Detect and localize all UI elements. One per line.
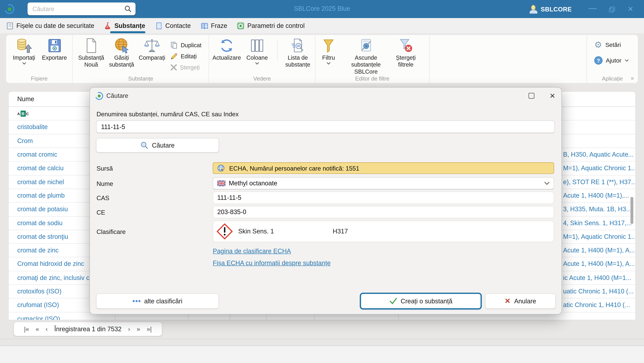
duplicate-button[interactable]: Duplicat (170, 41, 202, 50)
vertical-scrollbar[interactable] (630, 197, 633, 224)
chevron-down-icon (544, 182, 550, 185)
name-label: Nume (96, 180, 113, 187)
ribbon-group-fisiere: Importați Exportare Fișiere (6, 35, 73, 83)
find-substance-button[interactable]: Găsițisubstanță (107, 37, 136, 72)
list-search-icon (290, 37, 306, 54)
tab-substante[interactable]: Substanțe (104, 18, 145, 33)
chevron-down-icon (22, 62, 26, 65)
account-label[interactable]: SBLCORE (541, 6, 572, 13)
check-icon (389, 298, 397, 305)
help-button[interactable]: ? Ajutor (594, 56, 638, 65)
sds-document-icon (6, 22, 14, 30)
help-icon: ? (594, 56, 602, 65)
hidden-eye-icon (358, 37, 374, 54)
dialog-search-button[interactable]: Căutare (96, 138, 219, 153)
ghs07-exclamation-pictogram (216, 223, 233, 240)
cas-field[interactable]: 111-11-5 (213, 192, 554, 204)
echa-infocard-link[interactable]: Fișa ECHA cu informații despre substanțe (213, 259, 331, 267)
ribbon-group-editor-filtre: Filtru Ascunde substanțeleSBLCore Șterge… (315, 35, 430, 83)
prev-record-button[interactable]: ‹ (46, 325, 48, 332)
divider (0, 339, 644, 339)
scales-icon (144, 37, 160, 54)
echa-classification-link[interactable]: Pagina de clasificare ECHA (213, 247, 291, 255)
clear-filters-button[interactable]: Ștergețifiltrele (392, 37, 419, 75)
settings-button[interactable]: ⚙ Setări (594, 41, 638, 49)
statusbar-area (0, 346, 644, 363)
database-import-icon (16, 37, 32, 54)
tab-parametri-control[interactable]: Parametri de control (237, 18, 304, 33)
floppy-export-icon (47, 37, 62, 54)
prev-page-button[interactable]: « (36, 325, 39, 332)
restore-button[interactable] (602, 0, 621, 18)
app-window: SBLCore 2025 Blue SBLCORE — ✕ Fișele cu … (0, 0, 644, 363)
classification-fragment: Acute 1, H400 (M=1),... (563, 189, 629, 202)
filter-button[interactable]: Filtru (318, 37, 339, 75)
dialog-title: Căutare (106, 92, 128, 99)
duplicate-icon (170, 42, 178, 49)
minimize-button[interactable]: — (583, 0, 602, 19)
ribbon-spacer (430, 35, 586, 83)
compare-button[interactable]: Comparați (138, 37, 166, 72)
restore-icon (609, 7, 614, 12)
next-page-button[interactable]: » (137, 325, 140, 332)
ce-label: CE (96, 209, 105, 216)
ribbon-group-substante: SubstanțăNouă Găsițisubstanță Comparați … (73, 35, 209, 83)
hide-sblcore-substances-button[interactable]: Ascunde substanțeleSBLCore (341, 37, 391, 75)
last-record-button[interactable]: »| (147, 325, 152, 332)
classification-label: Clasificare (96, 228, 126, 235)
delete-x-icon (170, 64, 177, 71)
classification-fragment: 3, H335, Muta. 1B, H3... (563, 203, 632, 216)
other-classifications-button[interactable]: alte clasificări (96, 293, 219, 308)
name-select[interactable]: Methyl octanoate (213, 177, 554, 189)
tab-fraze[interactable]: Fraze (201, 18, 227, 33)
user-avatar-icon (529, 5, 538, 14)
group-label-editor-filtre: Editor de filtre (315, 76, 429, 82)
classification-fragment: Acute 1, H400 (M=1), A... (563, 257, 635, 271)
ribbon-toolbar: Importați Exportare Fișiere SubstanțăNou… (6, 35, 638, 83)
new-substance-button[interactable]: SubstanțăNouă (77, 37, 106, 72)
cancel-button[interactable]: ✕ Anulare (485, 293, 556, 308)
classification-fragment: uatic Chronic 1, H410 (... (563, 285, 634, 298)
app-logo-icon (95, 92, 103, 100)
tab-contacte[interactable]: Contacte (155, 18, 191, 33)
group-options-icon[interactable]: ≡ (631, 76, 634, 81)
group-label-vedere: Vedere (209, 76, 315, 82)
group-label-substante: Substanțe (73, 76, 209, 82)
substance-list-button[interactable]: Lista desubstanțe (284, 37, 312, 68)
classification-fragment: ic Acute 1, H400 (M=1... (563, 271, 631, 284)
classification-fragment: Acute 1, H400 (M=1), A... (563, 244, 635, 257)
source-result-bar[interactable]: ECHA, Numărul persoanelor care notifică:… (213, 162, 554, 174)
dialog-maximize-button[interactable] (529, 93, 534, 99)
record-counter: Înregistrarea 1 din 7532 (54, 325, 122, 333)
search-icon (140, 141, 148, 149)
classification-fragment: M=1), Aquatic Chronic 1... (563, 230, 636, 243)
chevron-down-icon (326, 62, 330, 65)
red-x-icon: ✕ (504, 297, 510, 305)
query-input[interactable] (96, 121, 555, 133)
classification-fragment: M=1), Aquatic Chronic 1... (563, 162, 636, 175)
edit-button[interactable]: Editați (170, 52, 202, 61)
refresh-button[interactable]: Actualizare (212, 37, 241, 68)
source-label: Sursă (96, 165, 113, 172)
control-target-icon (237, 22, 244, 30)
first-record-button[interactable]: |« (24, 325, 29, 332)
dialog-close-button[interactable]: ✕ (546, 90, 558, 102)
main-tabs: Fișele cu date de securitate Substanțe C… (0, 18, 644, 33)
dots-icon (133, 300, 140, 302)
classification-fragment: atic Chronic 1, H410 (... (563, 299, 630, 312)
tab-fise-date-securitate[interactable]: Fișele cu date de securitate (6, 18, 94, 33)
export-button[interactable]: Exportare (40, 37, 69, 65)
columns-button[interactable]: Coloane (243, 37, 271, 68)
chevron-down-icon (625, 59, 629, 62)
close-button[interactable]: ✕ (621, 0, 640, 18)
create-substance-button[interactable]: Creați o substanță (360, 293, 482, 309)
delete-button[interactable]: Ștergeți (170, 63, 202, 72)
ce-field[interactable]: 203-835-0 (213, 206, 554, 218)
cas-label: CAS (96, 194, 109, 201)
filter-funnel-icon (321, 37, 336, 54)
import-button[interactable]: Importați (10, 37, 38, 65)
new-page-icon (84, 37, 98, 54)
hazard-class: Skin Sens. 1 (238, 228, 274, 235)
next-record-button[interactable]: › (128, 325, 130, 332)
clear-filter-icon (398, 37, 414, 54)
